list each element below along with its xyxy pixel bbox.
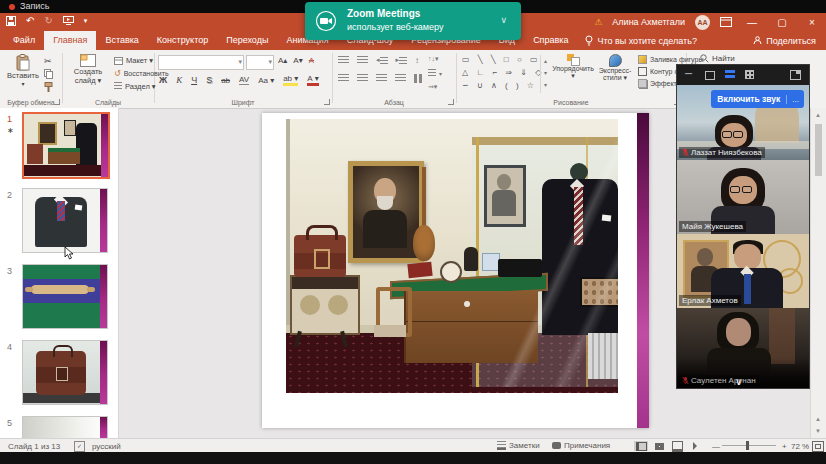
font-color-button[interactable]: А ▾ bbox=[307, 74, 319, 86]
numbering-button[interactable] bbox=[357, 56, 368, 65]
font-name-combobox[interactable]: ▾ bbox=[158, 55, 244, 70]
minimize-button[interactable]: — bbox=[742, 17, 762, 28]
columns-button[interactable] bbox=[414, 74, 424, 83]
ribbon-display-options-icon[interactable] bbox=[720, 17, 732, 27]
zoom-out-button[interactable]: — bbox=[712, 442, 720, 451]
slide-thumbnail-5[interactable] bbox=[22, 416, 108, 438]
paste-button[interactable]: Вставить ▾ bbox=[6, 54, 40, 87]
italic-button[interactable]: К bbox=[176, 75, 182, 85]
zoom-slider-track[interactable] bbox=[722, 445, 776, 446]
zoom-layout-icon[interactable] bbox=[790, 70, 801, 80]
arrange-button[interactable]: Упорядочить ▾ bbox=[552, 54, 594, 80]
tell-me-box[interactable]: Что вы хотите сделать? bbox=[577, 31, 705, 50]
unmute-button[interactable]: Включить звук ... bbox=[711, 90, 804, 108]
spellcheck-icon[interactable]: ✓ bbox=[74, 441, 85, 452]
vertical-scrollbar[interactable]: ▲ ▲ ▼ bbox=[810, 108, 826, 438]
zoom-slider-thumb[interactable] bbox=[746, 441, 749, 450]
avatar[interactable]: АА bbox=[695, 15, 710, 30]
zoom-minimize-icon[interactable]: ─ bbox=[685, 68, 692, 79]
text-highlight-button[interactable]: ab ▾ bbox=[283, 74, 298, 86]
shapes-gallery-row3[interactable]: ∽ ∪ ∧ ( ) ☆ bbox=[462, 81, 537, 90]
shapes-gallery-scroll[interactable]: ▴▾▾ bbox=[540, 55, 550, 93]
find-button[interactable]: Найти bbox=[700, 54, 735, 63]
zoom-meeting-panel[interactable]: ─ Включить звук ... Лаззат Ниязбекова bbox=[676, 64, 810, 389]
slide-thumbnail-1[interactable] bbox=[22, 112, 110, 179]
tab-help[interactable]: Справка bbox=[524, 31, 577, 50]
text-direction-button[interactable]: ↑↓▾ bbox=[428, 55, 439, 63]
tab-transitions[interactable]: Переходы bbox=[217, 31, 277, 50]
view-normal-button[interactable] bbox=[634, 441, 648, 451]
collapse-strip-chevron-icon[interactable]: ∨ bbox=[735, 376, 742, 387]
view-slideshow-button[interactable] bbox=[688, 441, 702, 451]
increase-indent-button[interactable]: ▸ bbox=[396, 56, 408, 64]
redo-icon[interactable]: ↻ bbox=[44, 15, 52, 26]
font-dialog-launcher[interactable] bbox=[324, 99, 330, 105]
next-slide-icon[interactable]: ▼ bbox=[815, 428, 821, 434]
bullets-button[interactable] bbox=[338, 56, 349, 65]
change-case-button[interactable]: Aa ▾ bbox=[258, 76, 274, 85]
tab-file[interactable]: Файл bbox=[4, 31, 44, 50]
align-text-button[interactable]: ▾ bbox=[428, 69, 442, 78]
zoom-in-button[interactable]: + bbox=[782, 442, 787, 451]
tab-insert[interactable]: Вставка bbox=[96, 31, 147, 50]
fit-to-window-icon[interactable] bbox=[812, 441, 824, 452]
slide-canvas[interactable] bbox=[262, 113, 649, 428]
format-painter-button[interactable] bbox=[44, 82, 53, 92]
warning-icon[interactable]: ⚠ bbox=[594, 17, 602, 27]
character-spacing-button[interactable]: AV bbox=[239, 75, 249, 85]
section-button[interactable]: Раздел ▾ bbox=[114, 82, 156, 91]
view-reading-button[interactable] bbox=[670, 441, 684, 451]
unmute-more-icon[interactable]: ... bbox=[786, 95, 804, 104]
start-slideshow-icon[interactable] bbox=[63, 16, 74, 25]
quick-styles-button[interactable]: Экспресс- стили ▾ bbox=[594, 54, 636, 82]
view-slide-sorter-button[interactable] bbox=[652, 441, 666, 451]
text-shadow-button[interactable]: S bbox=[206, 75, 212, 85]
paragraph-dialog-launcher[interactable] bbox=[448, 99, 454, 105]
qat-customize-icon[interactable]: ▾ bbox=[84, 17, 88, 25]
grow-font-button[interactable]: A▴ bbox=[278, 56, 287, 65]
museum-photo[interactable] bbox=[286, 119, 618, 393]
comments-button[interactable]: Примечания bbox=[552, 441, 610, 450]
participant-video-2[interactable]: Майя Жукешева bbox=[677, 160, 809, 234]
shapes-gallery-row1[interactable]: ▭ ╲ ╲ □ ○ ▭ bbox=[462, 55, 541, 64]
clipboard-dialog-launcher[interactable] bbox=[54, 99, 60, 105]
previous-slide-icon[interactable]: ▲ bbox=[815, 416, 821, 422]
restore-button[interactable]: ▢ bbox=[772, 17, 792, 28]
copy-button[interactable] bbox=[44, 69, 53, 79]
participant-video-4[interactable]: Саулетен Арунан ∨ bbox=[677, 308, 809, 388]
decrease-indent-button[interactable]: ◂ bbox=[376, 56, 388, 64]
close-button[interactable]: × bbox=[802, 17, 822, 28]
slide-thumbnail-4[interactable] bbox=[22, 340, 108, 405]
shapes-gallery-row2[interactable]: △ ∟ ⌐ ⇒ ⇓ ◇ bbox=[462, 68, 544, 77]
slide-thumbnail-3[interactable] bbox=[22, 264, 108, 329]
clear-format-button[interactable]: A bbox=[309, 56, 314, 65]
zoom-grid-view-icon[interactable] bbox=[745, 70, 754, 79]
line-spacing-button[interactable]: ↕ bbox=[415, 56, 419, 65]
language-indicator[interactable]: русский bbox=[92, 442, 121, 451]
underline-button[interactable]: Ч bbox=[191, 75, 197, 85]
convert-smartart-button[interactable]: ⇒▾ bbox=[428, 83, 437, 91]
scroll-thumb[interactable] bbox=[815, 124, 822, 176]
cut-button[interactable]: ✂ bbox=[44, 56, 52, 66]
account-name[interactable]: Алина Ахметгали bbox=[612, 17, 685, 27]
participant-video-3[interactable]: Ерлак Ахметов bbox=[677, 234, 809, 308]
align-right-button[interactable] bbox=[376, 74, 387, 83]
justify-button[interactable] bbox=[395, 74, 406, 83]
zoom-percentage[interactable]: 72 % bbox=[791, 442, 809, 451]
strikethrough-button[interactable]: ab bbox=[221, 76, 230, 85]
save-icon[interactable] bbox=[6, 16, 16, 26]
slide-thumbnail-2[interactable] bbox=[22, 188, 108, 253]
new-slide-button[interactable]: Создать слайд ▾ bbox=[66, 54, 110, 85]
align-center-button[interactable] bbox=[357, 74, 368, 83]
font-size-combobox[interactable]: ▾ bbox=[246, 55, 274, 70]
tab-design[interactable]: Конструктор bbox=[148, 31, 217, 50]
zoom-speaker-view-icon[interactable] bbox=[705, 71, 715, 80]
tab-home[interactable]: Главная bbox=[44, 31, 96, 50]
zoom-gallery-view-icon[interactable] bbox=[725, 70, 735, 73]
toast-chevron-icon[interactable]: ∨ bbox=[500, 15, 507, 25]
layout-button[interactable]: Макет ▾ bbox=[114, 56, 153, 65]
undo-icon[interactable]: ↶ bbox=[26, 15, 34, 26]
bold-button[interactable]: Ж bbox=[159, 75, 167, 85]
zoom-webcam-toast[interactable]: Zoom Meetings использует веб-камеру ∨ bbox=[305, 2, 521, 40]
shrink-font-button[interactable]: A▾ bbox=[293, 56, 302, 65]
